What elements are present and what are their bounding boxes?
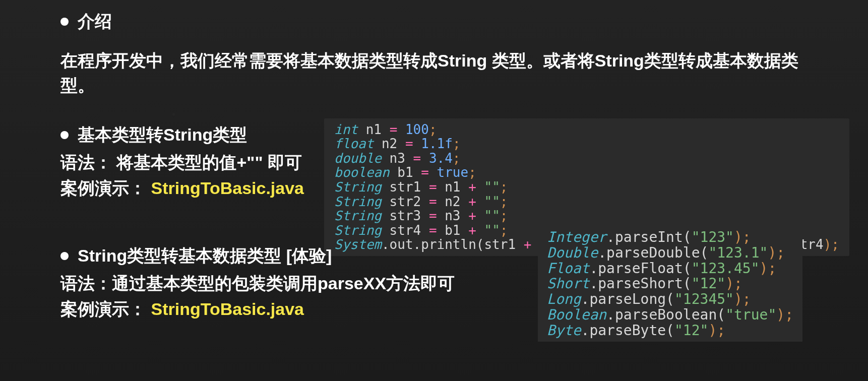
section2-syntax: 语法：通过基本类型的包装类调用parseXX方法即可 — [60, 271, 455, 296]
section2-file: StringToBasic.java — [151, 299, 304, 319]
intro-title: 介绍 — [78, 10, 112, 33]
section1-left: 基本类型转String类型 语法： 将基本类型的值+"" 即可 案例演示： St… — [60, 118, 304, 201]
intro-paragraph: 在程序开发中，我们经常需要将基本数据类型转成String 类型。或者将Strin… — [60, 48, 817, 98]
section1-title: 基本类型转String类型 — [60, 123, 304, 147]
bullet-dot-icon — [60, 131, 69, 139]
intro-bullet: 介绍 — [60, 10, 848, 33]
section2-title: String类型转基本数据类型 [体验] — [60, 244, 455, 268]
section2: String类型转基本数据类型 [体验] 语法：通过基本类型的包装类调用pars… — [60, 239, 455, 322]
bullet-dot-icon — [60, 18, 69, 26]
section1-syntax: 语法： 将基本类型的值+"" 即可 — [60, 150, 304, 175]
section2-demo-label: 案例演示： — [60, 299, 146, 319]
kw-int: int — [334, 122, 358, 137]
code-block-2: Integer.parseInt("123"); Double.parseDou… — [538, 227, 802, 342]
slide-content: 介绍 在程序开发中，我们经常需要将基本数据类型转成String 类型。或者将St… — [60, 10, 848, 256]
section1-demo-label: 案例演示： — [60, 178, 146, 198]
section2-demo: 案例演示： StringToBasic.java — [60, 296, 455, 322]
section2-title-text: String类型转基本数据类型 [体验] — [78, 244, 332, 268]
section1-file: StringToBasic.java — [151, 178, 304, 198]
bullet-dot-icon — [60, 252, 69, 260]
section1-demo: 案例演示： StringToBasic.java — [60, 175, 304, 201]
section1-title-text: 基本类型转String类型 — [78, 123, 247, 147]
